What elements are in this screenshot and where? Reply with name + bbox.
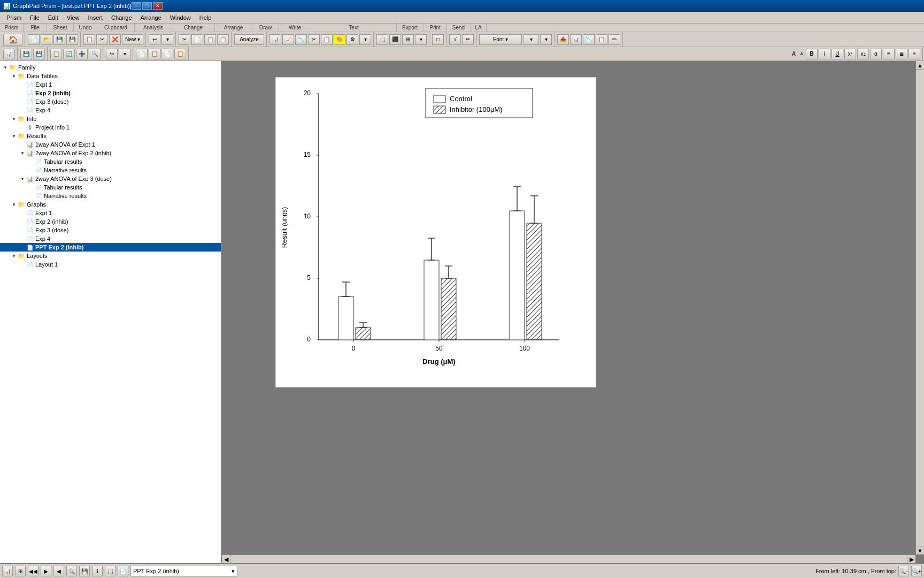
statusbar-btn3[interactable]: ⬚ — [105, 566, 116, 576]
export-btn3[interactable]: 📉 — [583, 34, 595, 45]
maximize-button[interactable]: □ — [142, 2, 152, 10]
undo-dropdown[interactable]: ▾ — [161, 34, 173, 45]
cut-button[interactable]: ✂ — [179, 34, 190, 45]
tree-arrow-datatables[interactable]: ▼ — [11, 73, 17, 79]
change-btn4[interactable]: ✂ — [308, 34, 320, 45]
sheet-btn4[interactable]: New ▾ — [122, 34, 143, 45]
change-btn3[interactable]: 📉 — [295, 34, 307, 45]
tb2-save-btn[interactable]: 💾 — [20, 49, 32, 59]
new-button[interactable]: 📄 — [28, 34, 40, 45]
statusbar-btn2[interactable]: ⊞ — [15, 566, 26, 576]
open-button[interactable]: 📂 — [41, 34, 52, 45]
nav-prev-btn[interactable]: ▶ — [41, 566, 51, 576]
tree-item-gexpt1[interactable]: 📄Expt 1 — [0, 209, 221, 217]
tree-arrow-family[interactable]: ▼ — [2, 64, 9, 71]
paste-special-button[interactable]: 📋 — [217, 34, 229, 45]
tree-item-exp2inhib[interactable]: 📄Exp 2 (inhib) — [0, 89, 221, 97]
tree-item-layout1[interactable]: 📄Layout 1 — [0, 260, 221, 269]
tb2-sheet-btn3[interactable]: ➕ — [76, 49, 88, 59]
sheet-dropdown-arrow[interactable]: ▾ — [232, 568, 235, 575]
nav-back-btn[interactable]: ◀◀ — [28, 566, 38, 576]
analyze-button[interactable]: Analyze — [234, 34, 264, 45]
write-btn1[interactable]: √ — [449, 34, 461, 45]
menu-arrange[interactable]: Arrange — [136, 13, 166, 22]
tree-arrow-results[interactable]: ▼ — [11, 133, 17, 139]
tree-item-tabresults2[interactable]: 📄Tabular results — [0, 183, 221, 192]
scroll-down-btn[interactable]: ▼ — [916, 546, 924, 554]
tb2-clip1[interactable]: 📄 — [136, 49, 148, 59]
font-A2[interactable]: A — [798, 51, 805, 56]
menu-help[interactable]: Help — [195, 13, 216, 22]
save-button[interactable]: 💾 — [53, 34, 65, 45]
tree-arrow-layouts[interactable]: ▼ — [11, 253, 17, 259]
text-superscript-btn[interactable]: x² — [844, 49, 856, 59]
tree-arrow-info[interactable]: ▼ — [11, 116, 17, 122]
menu-prism[interactable]: Prism — [2, 13, 26, 22]
text-italic-btn[interactable]: I — [819, 49, 830, 59]
scroll-right-btn[interactable]: ▶ — [907, 555, 915, 563]
tree-item-narrresults2[interactable]: 📄Narrative results — [0, 192, 221, 200]
tree-item-datatables[interactable]: ▼📁Data Tables — [0, 72, 221, 80]
arrange-btn4[interactable]: ▾ — [415, 34, 427, 45]
text-bold-btn[interactable]: B — [806, 49, 818, 59]
font-bold[interactable]: A — [790, 51, 797, 57]
tree-item-anova2exp3[interactable]: ▼📊2way ANOVA of Exp 3 (dose) — [0, 174, 221, 183]
menu-window[interactable]: Window — [166, 13, 195, 22]
statusbar-btn1[interactable]: 📊 — [2, 566, 13, 576]
tree-item-expt1[interactable]: 📄Expt 1 — [0, 80, 221, 89]
undo-button[interactable]: ↩ — [149, 34, 160, 45]
tree-arrow-anova2exp2[interactable]: ▼ — [19, 150, 26, 156]
scroll-up-btn[interactable]: ▲ — [916, 61, 924, 70]
change-btn5[interactable]: 📋 — [321, 34, 333, 45]
nav-find-btn[interactable]: 🔍 — [66, 566, 77, 576]
copy-button[interactable]: 📄 — [191, 34, 203, 45]
tree-arrow-graphs[interactable]: ▼ — [11, 201, 17, 208]
statusbar-info-btn2[interactable]: ℹ — [92, 566, 103, 576]
change-color-btn[interactable]: 🎨 — [334, 34, 345, 45]
statusbar-btn4[interactable]: 📄 — [118, 566, 128, 576]
text-size-dropdown[interactable]: ▾ — [523, 34, 539, 45]
zoom-out-btn[interactable]: 🔍- — [898, 566, 909, 576]
tb2-clip4[interactable]: 📋 — [174, 49, 186, 59]
text-arrow-btn[interactable]: ▾ — [540, 34, 552, 45]
graph-canvas[interactable]: Control Inhibitor (100μM) 0 5 — [222, 61, 924, 563]
change-btn2[interactable]: 📈 — [282, 34, 294, 45]
minimize-button[interactable]: − — [132, 2, 141, 10]
tree-item-exp4[interactable]: 📄Exp 4 — [0, 106, 221, 115]
sheet-btn1[interactable]: 📋 — [83, 34, 95, 45]
paste-button[interactable]: 📋 — [204, 34, 216, 45]
menu-view[interactable]: View — [63, 13, 84, 22]
current-sheet-dropdown[interactable]: PPT Exp 2 (inhib) ▾ — [130, 566, 237, 576]
export-btn4[interactable]: 📋 — [596, 34, 607, 45]
zoom-in-btn[interactable]: 🔍+ — [911, 566, 922, 576]
tree-item-info[interactable]: ▼📁Info — [0, 115, 221, 123]
sheet-btn3[interactable]: ❌ — [109, 34, 121, 45]
tree-item-anova2exp2[interactable]: ▼📊2way ANOVA of Exp 2 (inhib) — [0, 149, 221, 157]
menu-change[interactable]: Change — [107, 13, 136, 22]
text-format3[interactable]: ≡ — [908, 49, 920, 59]
prism-home-button[interactable]: 🏠 — [3, 34, 22, 45]
nav-next-btn[interactable]: ◀ — [53, 566, 64, 576]
sheet-btn2[interactable]: ✂ — [96, 34, 108, 45]
tree-item-projectinfo1[interactable]: ℹProject info 1 — [0, 123, 221, 132]
arrange-btn2[interactable]: ⬛ — [389, 34, 401, 45]
tb2-sheet-btn4[interactable]: 🔍 — [89, 49, 101, 59]
close-button[interactable]: ✕ — [153, 2, 163, 10]
tb2-btn1[interactable]: 📊 — [3, 49, 15, 59]
change-btn1[interactable]: 📊 — [270, 34, 281, 45]
text-subscript-btn[interactable]: x₂ — [857, 49, 869, 59]
tb2-clip2[interactable]: 📋 — [149, 49, 160, 59]
tb2-clip3[interactable]: 📄 — [161, 49, 173, 59]
tree-item-exp3dose[interactable]: 📄Exp 3 (dose) — [0, 97, 221, 106]
draw-rect-btn[interactable]: □ — [432, 34, 444, 45]
tree-item-anova1expt1[interactable]: 📊1way ANOVA of Expt 1 — [0, 140, 221, 149]
menu-insert[interactable]: Insert — [83, 13, 107, 22]
right-scrollbar[interactable]: ▲ ▼ — [915, 61, 924, 554]
tree-item-gexp3dose[interactable]: 📄Exp 3 (dose) — [0, 226, 221, 234]
tree-item-gexp2inhib[interactable]: 📄Exp 2 (inhib) — [0, 217, 221, 226]
export-btn2[interactable]: 📊 — [570, 34, 582, 45]
menu-edit[interactable]: Edit — [44, 13, 63, 22]
text-font-dropdown[interactable]: Font ▾ — [479, 34, 522, 45]
scroll-left-btn[interactable]: ◀ — [222, 555, 230, 563]
export-btn1[interactable]: 📤 — [557, 34, 569, 45]
